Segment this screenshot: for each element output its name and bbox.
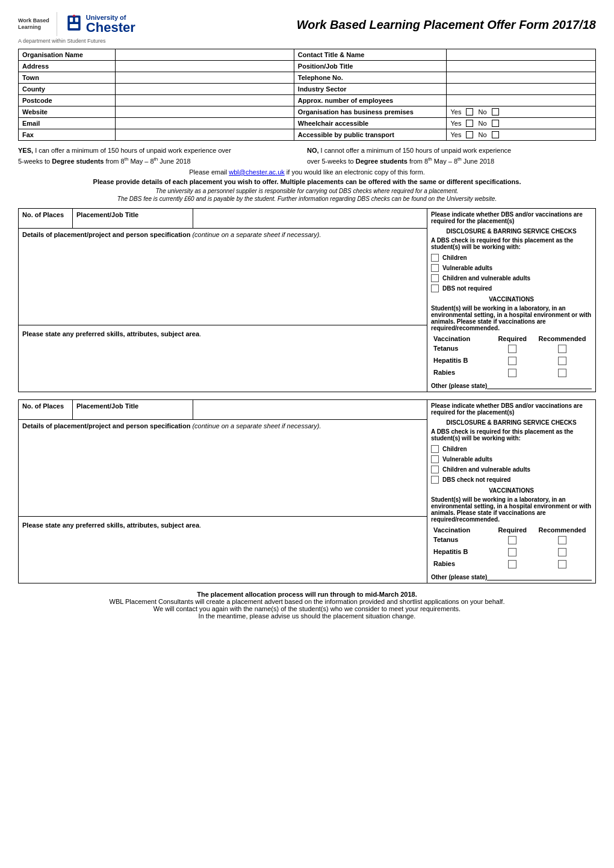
details2-italic-label: (continue on a separate sheet if necessa… [192, 422, 321, 429]
wheelchair-yes-label: Yes [450, 120, 461, 127]
dbs2-both-checkbox[interactable] [431, 466, 439, 473]
position-value[interactable] [447, 61, 596, 72]
right-panel2-header: Please indicate whether DBS and/or vacci… [431, 402, 592, 416]
industry-value[interactable] [447, 84, 596, 95]
wheelchair-yes-checkbox[interactable] [466, 120, 473, 127]
website-label: Website [19, 106, 116, 118]
dbs-both-checkbox[interactable] [431, 274, 439, 282]
address-label: Address [19, 61, 116, 72]
dbs2-not-required-checkbox[interactable] [431, 476, 439, 484]
dbs2-children-label: Children [442, 446, 467, 452]
placement1-skills-cell: Please state any preferred skills, attri… [19, 325, 427, 392]
spacer-header [193, 208, 427, 229]
transport-yes-label: Yes [450, 131, 461, 138]
vacc-hepb-recommended[interactable] [533, 356, 592, 368]
dbs2-children-checkbox[interactable] [431, 445, 439, 453]
details-bold-label: Details of placement/project and person … [22, 231, 190, 238]
table-row: County Industry Sector [19, 84, 596, 95]
premises-yes-checkbox[interactable] [466, 108, 473, 115]
email-link[interactable]: wbl@chester.ac.uk [229, 168, 285, 176]
employees-label: Approx. number of employees [294, 95, 447, 106]
page-title: Work Based Learning Placement Offer Form… [138, 12, 596, 32]
placement1-table: No. of Places Placement/Job Title Please… [18, 208, 596, 392]
chester-crest-icon [64, 14, 84, 34]
dbs2-intro-text: A DBS check is required for this placeme… [431, 428, 592, 442]
dbs2-option-children: Children [431, 445, 592, 453]
vacc-recommended-header: Recommended [533, 334, 592, 343]
town-value[interactable] [115, 72, 294, 84]
title-header: Placement/Job Title [73, 208, 193, 229]
premises-yesno: Yes No [447, 106, 596, 118]
dbs-children-checkbox[interactable] [431, 254, 439, 262]
vacc2-tetanus-recommended[interactable] [533, 535, 592, 547]
chester-text: Chester [86, 21, 135, 34]
logo-area: Work Based Learning University of Cheste… [18, 12, 138, 44]
table-row: Website Organisation has business premis… [19, 106, 596, 118]
dbs-vulnerable-checkbox[interactable] [431, 264, 439, 272]
footer-line3: We will contact you again with the name(… [18, 605, 596, 612]
dbs2-option-not-required: DBS check not required [431, 476, 592, 484]
placement1-skills-area[interactable]: Please state any preferred skills, attri… [22, 328, 423, 364]
wheelchair-label: Wheelchair accessible [294, 118, 447, 129]
position-label: Position/Job Title [294, 61, 447, 72]
vacc2-hepb-label: Hepatitis B [431, 547, 492, 559]
employees-value[interactable] [447, 95, 596, 106]
wheelchair-no-checkbox[interactable] [492, 120, 499, 127]
vacc-header-row: Vaccination Required Recommended [431, 334, 592, 343]
vacc-intro-text: Student(s) will be working in a laborato… [431, 305, 592, 331]
svg-rect-3 [70, 24, 78, 28]
website-value[interactable] [115, 106, 294, 118]
table-row: Fax Accessible by public transport Yes N… [19, 129, 596, 141]
transport-no-label: No [478, 131, 486, 138]
vacc-rabies-label: Rabies [431, 368, 492, 380]
email-value[interactable] [115, 118, 294, 129]
table-row: Organisation Name Contact Title & Name [19, 49, 596, 61]
vacc2-row-tetanus: Tetanus [431, 535, 592, 547]
vacc-hepb-label: Hepatitis B [431, 356, 492, 368]
vacc-row-rabies: Rabies [431, 368, 592, 380]
dbs-not-required-checkbox[interactable] [431, 285, 439, 292]
telephone-value[interactable] [447, 72, 596, 84]
placement2-skills-area[interactable]: Please state any preferred skills, attri… [22, 519, 423, 555]
fax-label: Fax [19, 129, 116, 141]
vacc-section-title: VACCINATIONS [431, 296, 592, 303]
footer-line1: The placement allocation process will ru… [18, 591, 596, 598]
vacc-tetanus-required[interactable] [492, 343, 533, 356]
vacc-hepb-required[interactable] [492, 356, 533, 368]
vacc-tetanus-label: Tetanus [431, 343, 492, 356]
fax-value[interactable] [115, 129, 294, 141]
vacc-tetanus-recommended[interactable] [533, 343, 592, 356]
chester-logo: University of Chester [64, 14, 135, 34]
placement2-header-row: No. of Places Placement/Job Title Please… [19, 399, 596, 420]
premises-no-checkbox[interactable] [492, 108, 499, 115]
vacc2-hepb-required[interactable] [492, 547, 533, 559]
dbs2-option-vulnerable: Vulnerable adults [431, 455, 592, 463]
email-label: Email [19, 118, 116, 129]
address-value[interactable] [115, 61, 294, 72]
vacc-required-header: Required [492, 334, 533, 343]
postcode-value[interactable] [115, 95, 294, 106]
vacc2-hepb-recommended[interactable] [533, 547, 592, 559]
vacc2-rabies-recommended[interactable] [533, 559, 592, 571]
table-row: Postcode Approx. number of employees [19, 95, 596, 106]
contact-title-value[interactable] [447, 49, 596, 61]
vacc2-header-row: Vaccination Required Recommended [431, 525, 592, 535]
placement1-details-cell: Details of placement/project and person … [19, 229, 427, 325]
org-name-value[interactable] [115, 49, 294, 61]
dbs-option-both: Children and vulnerable adults [431, 274, 592, 282]
vacc-rabies-recommended[interactable] [533, 368, 592, 380]
transport-no-checkbox[interactable] [492, 131, 499, 138]
placement2-details-area[interactable] [22, 429, 423, 478]
vacc2-rabies-required[interactable] [492, 559, 533, 571]
county-value[interactable] [115, 84, 294, 95]
vacc2-recommended-header: Recommended [533, 525, 592, 535]
vacc-rabies-required[interactable] [492, 368, 533, 380]
vacc2-tetanus-required[interactable] [492, 535, 533, 547]
placement1-details-area[interactable] [22, 238, 423, 286]
dbs2-vulnerable-checkbox[interactable] [431, 455, 439, 463]
placement1-header-row: No. of Places Placement/Job Title Please… [19, 208, 596, 229]
footer-line4: In the meantime, please advise us should… [18, 612, 596, 620]
placement1-right-panel: Please indicate whether DBS and/or vacci… [427, 208, 596, 392]
transport-yes-checkbox[interactable] [466, 131, 473, 138]
premises-yes-label: Yes [450, 108, 461, 115]
